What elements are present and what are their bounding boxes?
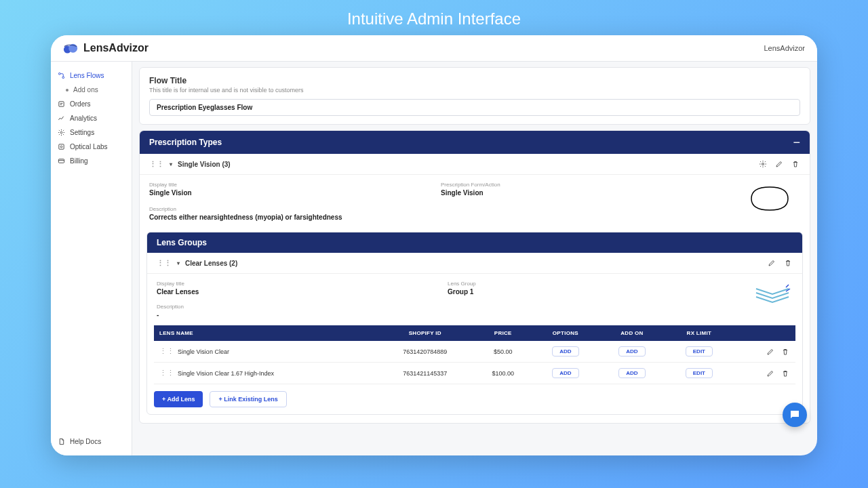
rxlimit-edit-button[interactable]: EDIT <box>686 346 713 357</box>
edit-icon[interactable] <box>774 159 784 169</box>
table-header-row: LENS NAME SHOPIFY ID PRICE OPTIONS ADD O… <box>154 325 795 341</box>
price: $100.00 <box>474 363 532 384</box>
collapse-toggle[interactable]: − <box>793 136 800 148</box>
lens-name: Single Vision Clear 1.67 High-Index <box>178 370 274 377</box>
addon-add-button[interactable]: ADD <box>618 368 645 378</box>
rxlimit-edit-button[interactable]: EDIT <box>686 368 713 378</box>
chat-widget[interactable] <box>783 403 807 427</box>
lens-buttons: + Add Lens + Link Existing Lens <box>147 384 802 414</box>
lens-name: Single Vision Clear <box>178 348 229 355</box>
lens-groups-header: Lens Groups <box>147 232 802 253</box>
form-action-value: Single Vision <box>441 189 732 197</box>
form-action-label: Prescription Form/Action <box>441 182 732 188</box>
svg-rect-4 <box>59 102 64 106</box>
lens-stack-icon <box>752 281 793 319</box>
add-lens-button[interactable]: + Add Lens <box>154 391 203 407</box>
help-docs-link[interactable]: Help Docs <box>51 434 132 449</box>
display-title-label: Display title <box>149 182 441 188</box>
billing-icon <box>58 157 65 165</box>
flow-title-input[interactable] <box>149 99 800 116</box>
addon-add-button[interactable]: ADD <box>618 346 645 357</box>
col-price: PRICE <box>474 325 532 341</box>
col-shopify-id: SHOPIFY ID <box>376 325 474 341</box>
account-name[interactable]: LensAdvizor <box>764 44 805 52</box>
sidebar-item-label: Lens Flows <box>70 72 104 79</box>
sidebar-item-orders[interactable]: Orders <box>51 97 132 111</box>
bullet-icon <box>66 89 68 92</box>
drag-handle-icon[interactable]: ⋮⋮ <box>159 347 174 355</box>
prescription-detail: Display title Single Vision Description … <box>140 175 810 232</box>
sidebar-item-label: Add ons <box>73 86 98 94</box>
svg-rect-6 <box>59 144 64 149</box>
prescription-types-section: Prescription Types − ⋮⋮ ▾ Single Vision … <box>139 130 810 424</box>
svg-point-9 <box>762 163 764 165</box>
flow-title-card: Flow Title This title is for internal us… <box>139 67 810 125</box>
sidebar-item-addons[interactable]: Add ons <box>51 83 132 97</box>
delete-icon[interactable] <box>783 258 793 268</box>
sidebar-item-label: Analytics <box>70 115 97 122</box>
lens-shape-icon <box>746 182 800 221</box>
svg-point-5 <box>60 131 62 134</box>
edit-icon[interactable] <box>766 369 775 378</box>
col-options: OPTIONS <box>532 325 599 341</box>
svg-point-3 <box>62 77 64 79</box>
sidebar-item-label: Optical Labs <box>70 143 108 150</box>
settings-icon[interactable] <box>758 159 768 169</box>
chevron-down-icon[interactable]: ▾ <box>177 260 180 266</box>
orders-icon <box>58 100 65 108</box>
sidebar-nav: Lens Flows Add ons Orders Analytics Sett… <box>51 68 132 168</box>
description-label: Description <box>149 206 441 212</box>
table-row: ⋮⋮ Single Vision Clear7631420784889$50.0… <box>154 341 795 363</box>
display-title-value: Single Vision <box>149 189 441 197</box>
options-add-button[interactable]: ADD <box>552 346 578 357</box>
sidebar-item-analytics[interactable]: Analytics <box>51 111 132 125</box>
topbar: LensAdvizor LensAdvizor <box>51 35 817 62</box>
brand-name: LensAdvizor <box>83 42 149 54</box>
drag-handle-icon[interactable]: ⋮⋮ <box>159 369 174 377</box>
sidebar-item-settings[interactable]: Settings <box>51 125 132 140</box>
edit-icon[interactable] <box>767 258 776 268</box>
sidebar-item-optical-labs[interactable]: Optical Labs <box>51 140 132 154</box>
table-row: ⋮⋮ Single Vision Clear 1.67 High-Index76… <box>154 363 795 384</box>
flow-title-subtitle: This title is for internal use and is no… <box>149 87 800 94</box>
sidebar-item-label: Billing <box>70 157 88 165</box>
brand-logo-icon <box>63 43 78 54</box>
sidebar-item-billing[interactable]: Billing <box>51 154 132 168</box>
brand: LensAdvizor <box>63 42 149 54</box>
sidebar-item-label: Orders <box>70 100 91 108</box>
delete-icon[interactable] <box>791 159 800 169</box>
delete-icon[interactable] <box>781 369 790 378</box>
col-rxlimit: RX LIMIT <box>665 325 733 341</box>
main-panel: Flow Title This title is for internal us… <box>132 62 817 455</box>
group-display-title-label: Display title <box>157 281 448 287</box>
shopify-id: 7631420784889 <box>376 341 474 363</box>
lens-group-row[interactable]: ⋮⋮ ▾ Clear Lenses (2) <box>147 253 802 274</box>
section-title: Prescription Types <box>149 138 222 147</box>
sidebar-item-lens-flows[interactable]: Lens Flows <box>51 68 132 83</box>
analytics-icon <box>58 115 65 122</box>
edit-icon[interactable] <box>766 347 775 357</box>
prescription-type-row[interactable]: ⋮⋮ ▾ Single Vision (3) <box>140 154 810 175</box>
lens-groups-section: Lens Groups ⋮⋮ ▾ Clear Lenses (2) <box>146 232 803 415</box>
section-title: Lens Groups <box>157 238 207 247</box>
group-desc-value: - <box>157 311 448 319</box>
chevron-down-icon[interactable]: ▾ <box>170 161 172 167</box>
lens-group-detail: Display title Clear Lenses Description -… <box>147 274 802 323</box>
doc-icon <box>58 438 65 445</box>
sidebar: Lens Flows Add ons Orders Analytics Sett… <box>51 62 132 455</box>
svg-point-2 <box>58 73 60 75</box>
col-lens-name: LENS NAME <box>154 325 376 341</box>
lab-icon <box>58 143 65 150</box>
gear-icon <box>58 129 65 136</box>
drag-handle-icon[interactable]: ⋮⋮ <box>149 160 164 169</box>
delete-icon[interactable] <box>781 347 790 357</box>
drag-handle-icon[interactable]: ⋮⋮ <box>157 259 172 268</box>
help-docs-label: Help Docs <box>70 438 101 445</box>
lens-table: LENS NAME SHOPIFY ID PRICE OPTIONS ADD O… <box>154 325 795 384</box>
link-existing-lens-button[interactable]: + Link Existing Lens <box>210 391 286 407</box>
price: $50.00 <box>474 341 532 363</box>
description-value: Corrects either nearsightedness (myopia)… <box>149 214 441 221</box>
shopify-id: 7631421145337 <box>376 363 474 384</box>
options-add-button[interactable]: ADD <box>552 368 578 378</box>
group-value: Group 1 <box>448 288 738 296</box>
